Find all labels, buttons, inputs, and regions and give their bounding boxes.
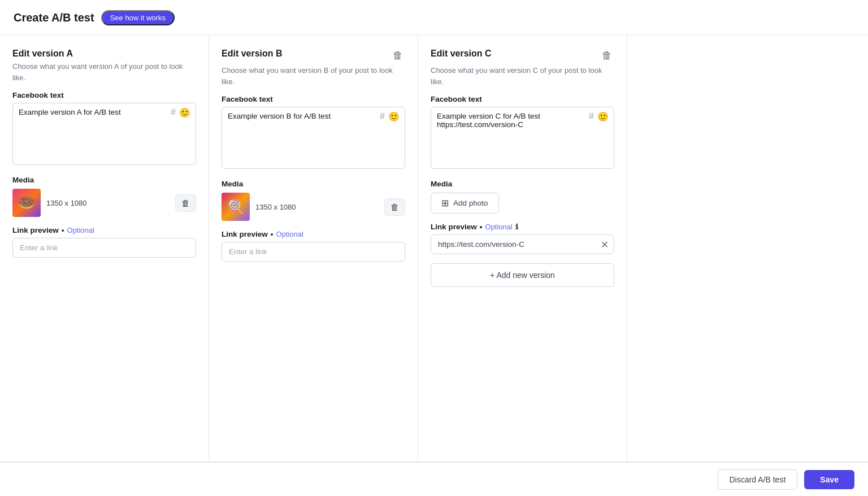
version-c-desc: Choose what you want version C of your p… bbox=[431, 65, 614, 87]
version-c-header: Edit version C 🗑 bbox=[431, 49, 614, 63]
version-c-textarea-icons: # 🙂 bbox=[589, 111, 609, 122]
version-a-link-wrapper bbox=[12, 238, 196, 258]
version-c-link-input[interactable] bbox=[431, 234, 614, 254]
version-a-col: Edit version A Choose what you want vers… bbox=[0, 35, 209, 462]
extra-col bbox=[627, 35, 868, 462]
version-c-textarea-wrapper: Example version C for A/B test https://t… bbox=[431, 107, 614, 171]
version-b-media-size: 1350 x 1080 bbox=[255, 203, 379, 211]
trash-icon-b-media: 🗑 bbox=[390, 202, 399, 212]
version-b-desc: Choose what you want version B of your p… bbox=[222, 65, 405, 87]
version-c-optional: Optional bbox=[485, 223, 513, 231]
version-c-link-label: Link preview • Optional ℹ bbox=[431, 223, 614, 231]
hashtag-icon-a[interactable]: # bbox=[171, 107, 176, 118]
version-a-link-label: Link preview • Optional bbox=[12, 226, 196, 234]
version-b-link-label: Link preview • Optional bbox=[222, 230, 405, 238]
info-icon-c[interactable]: ℹ bbox=[515, 223, 518, 231]
version-b-col: Edit version B 🗑 Choose what you want ve… bbox=[209, 35, 418, 462]
version-c-title: Edit version C bbox=[431, 49, 492, 59]
version-c-link-wrapper: ✕ bbox=[431, 234, 614, 254]
version-b-delete-btn[interactable]: 🗑 bbox=[390, 49, 405, 63]
trash-icon-c: 🗑 bbox=[602, 50, 612, 62]
emoji-icon-c[interactable]: 🙂 bbox=[597, 111, 609, 122]
hashtag-icon-c[interactable]: # bbox=[589, 111, 594, 122]
version-c-link-clear-btn[interactable]: ✕ bbox=[601, 238, 609, 250]
version-b-media-label: Media bbox=[222, 180, 405, 188]
version-b-media-row: 1350 x 1080 🗑 bbox=[222, 193, 405, 221]
add-new-version-btn[interactable]: + Add new version bbox=[431, 263, 614, 287]
version-c-media-label: Media bbox=[431, 180, 614, 188]
save-btn[interactable]: Save bbox=[804, 470, 854, 489]
version-b-textarea-wrapper: # 🙂 bbox=[222, 107, 405, 171]
page-header: Create A/B test See how it works bbox=[0, 0, 868, 35]
page-title: Create A/B test bbox=[14, 11, 94, 24]
version-b-media-delete-btn[interactable]: 🗑 bbox=[384, 198, 405, 216]
version-c-add-photo-btn[interactable]: ⊞ Add photo bbox=[431, 193, 499, 214]
version-b-link-wrapper bbox=[222, 242, 405, 262]
version-b-optional: Optional bbox=[276, 230, 303, 238]
add-photo-label: Add photo bbox=[453, 199, 488, 207]
hashtag-icon-b[interactable]: # bbox=[380, 111, 385, 122]
trash-icon-b: 🗑 bbox=[393, 50, 403, 62]
add-photo-icon: ⊞ bbox=[441, 198, 449, 208]
version-a-title: Edit version A bbox=[12, 49, 73, 59]
version-a-desc: Choose what you want version A of your p… bbox=[12, 61, 196, 83]
version-a-media-size: 1350 x 1080 bbox=[46, 199, 170, 207]
see-how-button[interactable]: See how it works bbox=[101, 10, 175, 25]
version-c-fb-textarea[interactable]: Example version C for A/B test https://t… bbox=[431, 107, 614, 169]
version-b-title: Edit version B bbox=[222, 49, 283, 59]
version-c-fb-label: Facebook text bbox=[431, 95, 614, 103]
version-b-fb-textarea[interactable] bbox=[222, 107, 405, 169]
version-c-col: Edit version C 🗑 Choose what you want ve… bbox=[418, 35, 627, 462]
emoji-icon-b[interactable]: 🙂 bbox=[388, 111, 400, 122]
version-b-header: Edit version B 🗑 bbox=[222, 49, 405, 63]
version-a-fb-label: Facebook text bbox=[12, 91, 196, 99]
close-icon-c: ✕ bbox=[601, 238, 609, 250]
version-a-header: Edit version A bbox=[12, 49, 196, 59]
version-b-media-thumb bbox=[222, 193, 250, 221]
version-b-textarea-icons: # 🙂 bbox=[380, 111, 400, 122]
emoji-icon-a[interactable]: 🙂 bbox=[179, 107, 190, 118]
version-a-media-label: Media bbox=[12, 176, 196, 184]
version-a-media-thumb bbox=[12, 189, 41, 217]
discard-btn[interactable]: Discard A/B test bbox=[718, 469, 798, 490]
version-a-media-row: 1350 x 1080 🗑 bbox=[12, 189, 196, 217]
version-a-media-delete-btn[interactable]: 🗑 bbox=[175, 194, 196, 212]
version-b-fb-label: Facebook text bbox=[222, 95, 405, 103]
version-a-link-input[interactable] bbox=[12, 238, 196, 258]
page-footer: Discard A/B test Save bbox=[0, 462, 868, 496]
version-a-fb-textarea[interactable] bbox=[12, 103, 196, 165]
version-a-textarea-icons: # 🙂 bbox=[171, 107, 190, 118]
trash-icon-a-media: 🗑 bbox=[181, 198, 190, 208]
version-a-textarea-wrapper: # 🙂 bbox=[12, 103, 196, 167]
version-c-delete-btn[interactable]: 🗑 bbox=[600, 49, 614, 63]
version-a-optional: Optional bbox=[67, 226, 94, 234]
version-b-link-input[interactable] bbox=[222, 242, 405, 262]
versions-area: Edit version A Choose what you want vers… bbox=[0, 35, 868, 462]
